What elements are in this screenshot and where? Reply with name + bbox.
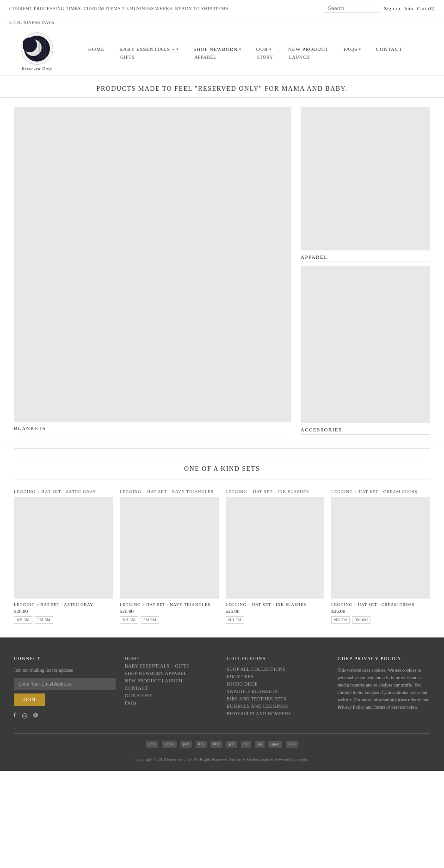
size-tag[interactable]: NB-3M <box>14 616 32 624</box>
set-item: LEGGING + HAT SET - CREAM CROSS LEGGING … <box>331 489 430 624</box>
set-item-name: LEGGING + HAT SET - INK SLASHES <box>226 489 325 494</box>
apparel-image[interactable] <box>301 107 430 250</box>
footer-link-item[interactable]: OUR STORY <box>125 693 217 698</box>
set-item: LEGGING + HAT SET - INK SLASHES LEGGING … <box>226 489 325 624</box>
logo-svg <box>23 35 51 62</box>
set-item: LEGGING + HAT SET - AZTEC GRAY LEGGING +… <box>14 489 113 624</box>
payment-icon: visa <box>286 741 298 748</box>
footer-connect-col: CONNECT Join our mailing list for update… <box>14 656 116 719</box>
top-banner: CURRENT PROCESSING TIMES: CUSTOM ITEMS 2… <box>0 0 444 17</box>
footer-join-button[interactable]: Join <box>14 693 45 706</box>
chevron-down-icon-4: ▾ <box>359 47 361 51</box>
footer-link-item[interactable]: BABY ESSENTIALS + GIFTS <box>125 663 217 668</box>
size-tag[interactable]: 3M-6M <box>35 616 53 624</box>
size-tag[interactable]: NB-3M <box>331 616 350 624</box>
payment-icon: apay <box>268 741 282 748</box>
set-item-price: $26.00 <box>331 608 430 614</box>
logo-text: Reserved Only <box>22 66 52 71</box>
set-item-title: LEGGING + HAT SET - CREAM CROSS <box>331 602 430 607</box>
payment-row: amzamexpaydindiscjcbmcppapayvisa <box>14 734 430 752</box>
set-item-title: LEGGING + HAT SET - NAVY TRIANGLES <box>120 602 219 607</box>
set-item-image[interactable] <box>331 497 430 599</box>
payment-icon: pay <box>180 741 192 748</box>
size-tag[interactable]: 3M-6M <box>352 616 370 624</box>
hero-title: PRODUCTS MADE TO FEEL "RESERVED ONLY" FO… <box>18 85 426 93</box>
cart-link[interactable]: Cart (0) <box>417 6 435 11</box>
nav-apparel[interactable]: APPAREL <box>194 55 241 60</box>
set-item-name: LEGGING + HAT SET - AZTEC GRAY <box>14 489 113 494</box>
footer-collection-link[interactable]: MICRO DROP <box>227 681 328 687</box>
sets-title: ONE OF A KIND SETS <box>14 458 430 480</box>
blankets-label: BLANKETS <box>14 422 291 433</box>
set-item-sizes: NB-3M3M-6M <box>14 616 113 624</box>
logo-area[interactable]: Reserved Only <box>14 32 60 71</box>
footer-connect-title: CONNECT <box>14 656 116 661</box>
footer-links-col: HOMEBABY ESSENTIALS + GIFTSSHOP NEWBORN … <box>125 656 217 719</box>
footer-link-item[interactable]: FAQs <box>125 700 217 706</box>
set-item-price: $26.00 <box>120 608 219 614</box>
right-section: APPAREL ACCESSORIES <box>301 107 430 438</box>
footer-collection-link[interactable]: BUMMIES AND LEGGINGS <box>227 704 328 709</box>
footer-mailing-text: Join our mailing list for updates <box>14 667 116 674</box>
size-tag[interactable]: NB-3M <box>226 616 244 624</box>
payment-icon: disc <box>210 741 223 748</box>
hero-section: PRODUCTS MADE TO FEEL "RESERVED ONLY" FO… <box>0 76 444 98</box>
payment-icon: amex <box>162 741 176 748</box>
nav-new-product[interactable]: NEW PRODUCT LAUNCH <box>281 46 336 60</box>
footer-social: 𝐟 ◎ ❁ <box>14 712 116 719</box>
set-item-title: LEGGING + HAT SET - AZTEC GRAY <box>14 602 113 607</box>
footer-collection-link[interactable]: SWADDLE BLANKETS <box>227 689 328 694</box>
footer-link-item[interactable]: SHOP NEWBORN APPAREL <box>125 671 217 676</box>
nav-home[interactable]: HOME <box>81 46 112 52</box>
payment-icon: din <box>196 741 207 748</box>
nav-our[interactable]: OUR ▾ STORY <box>249 46 281 60</box>
nav-shop-newborn[interactable]: SHOP NEWBORN ▾ APPAREL <box>186 46 248 60</box>
nav-gifts[interactable]: GIFTS <box>120 55 179 60</box>
banner-links: Sign in Join Cart (0) <box>384 6 435 11</box>
footer-link-item[interactable]: CONTACT <box>125 686 217 691</box>
footer-collection-link[interactable]: SHOP ALL COLLECTIONS <box>227 667 328 672</box>
sets-grid: LEGGING + HAT SET - AZTEC GRAY LEGGING +… <box>14 489 430 624</box>
payment-icon: jcb <box>226 741 237 748</box>
footer-link-item[interactable]: HOME <box>125 656 217 661</box>
main-nav: HOME BABY ESSENTIALS + ▾ GIFTS SHOP NEWB… <box>60 32 430 60</box>
chevron-down-icon: ▾ <box>176 47 179 51</box>
footer-gdrp-col: GDRP PRIVACY POLICY This website uses co… <box>338 656 430 719</box>
footer-link-item[interactable]: NEW PRODUCT LAUNCH <box>125 678 217 683</box>
nav-contact[interactable]: CONTACT <box>369 46 410 52</box>
instagram-icon[interactable]: ◎ <box>22 712 27 719</box>
set-item-price: $26.00 <box>226 608 325 614</box>
set-item-name: LEGGING + HAT SET - NAVY TRIANGLES <box>120 489 219 494</box>
size-tag[interactable]: 3M-6M <box>141 616 159 624</box>
footer-collection-link[interactable]: BIBS AND TEETHER SETS <box>227 696 328 701</box>
nav-story[interactable]: STORY <box>257 55 273 60</box>
set-item-sizes: NB-3M <box>226 616 325 624</box>
size-tag[interactable]: NB-3M <box>120 616 138 624</box>
join-link[interactable]: Join <box>404 6 413 11</box>
footer-collection-link[interactable]: BODYSUITS AND ROMPERS <box>227 711 328 716</box>
blankets-image[interactable] <box>14 107 291 422</box>
search-input[interactable] <box>324 4 379 13</box>
banner-text: CURRENT PROCESSING TIMES: CUSTOM ITEMS 2… <box>9 6 324 11</box>
payment-icon: pp <box>255 741 265 748</box>
set-item-sizes: NB-3M3M-6M <box>331 616 430 624</box>
nav-faqs[interactable]: FAQs ▾ <box>336 46 368 52</box>
accessories-label: ACCESSORIES <box>301 423 430 435</box>
footer-collections-title: COLLECTIONS <box>227 656 328 661</box>
set-item-image[interactable] <box>226 497 325 599</box>
set-item-image[interactable] <box>120 497 219 599</box>
footer-links: HOMEBABY ESSENTIALS + GIFTSSHOP NEWBORN … <box>125 656 217 706</box>
sign-in-link[interactable]: Sign in <box>384 6 400 11</box>
accessories-image[interactable] <box>301 266 430 423</box>
nav-baby-essentials[interactable]: BABY ESSENTIALS + ▾ GIFTS <box>112 46 186 60</box>
pinterest-icon[interactable]: ❁ <box>33 712 38 719</box>
footer-email-input[interactable] <box>14 678 116 690</box>
banner-right: Sign in Join Cart (0) <box>324 4 435 13</box>
apparel-label: APPAREL <box>301 250 430 262</box>
sets-section: ONE OF A KIND SETS LEGGING + HAT SET - A… <box>0 449 444 637</box>
nav-launch[interactable]: LAUNCH <box>289 55 329 60</box>
footer-collection-link[interactable]: EDGY TEES <box>227 674 328 679</box>
set-item-image[interactable] <box>14 497 113 599</box>
facebook-icon[interactable]: 𝐟 <box>14 712 16 719</box>
footer: CONNECT Join our mailing list for update… <box>0 637 444 771</box>
